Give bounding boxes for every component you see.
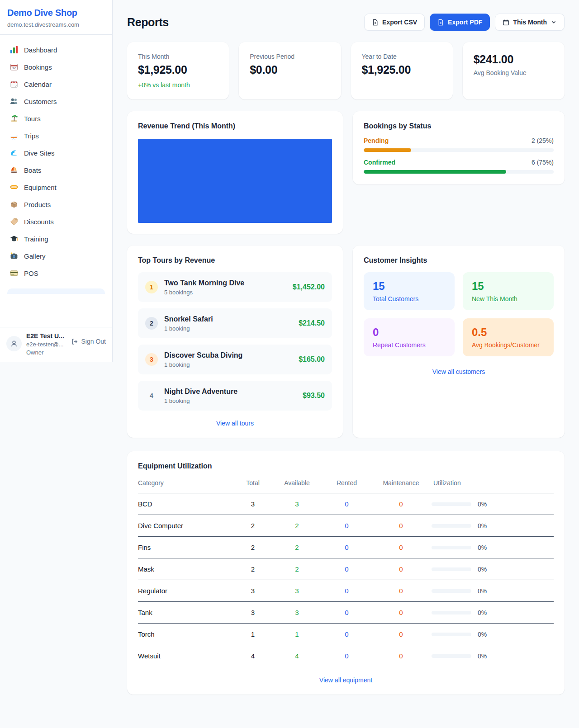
insight-tile-total-customers: 15 Total Customers	[364, 272, 455, 310]
view-all-customers-link[interactable]: View all customers	[364, 368, 554, 375]
utilization-cell: 0%	[432, 587, 554, 595]
stat-card-avg-booking-value: $241.00 Avg Booking Value	[463, 42, 565, 99]
sidebar-item-tours[interactable]: Tours	[4, 110, 109, 127]
cell-rented: 0	[323, 537, 370, 558]
cell-available: 2	[271, 558, 323, 580]
tour-row: 2 Snorkel Safari 1 booking $214.50	[138, 308, 332, 338]
user-email: e2e-tester@...	[26, 341, 64, 348]
status-label: Confirmed	[364, 159, 395, 166]
desert-island-icon	[10, 114, 18, 123]
view-all-tours-link[interactable]: View all tours	[138, 420, 332, 427]
insight-value: 15	[373, 280, 446, 293]
page-title: Reports	[127, 16, 169, 29]
cell-available: 2	[271, 537, 323, 558]
cell-available: 3	[271, 580, 323, 602]
export-pdf-button[interactable]: Export PDF	[430, 14, 490, 31]
cell-total: 3	[235, 580, 271, 602]
revenue-trend-card: Revenue Trend (This Month)	[127, 111, 343, 234]
sign-out-button[interactable]: Sign Out	[71, 338, 106, 345]
customer-insights-title: Customer Insights	[364, 256, 554, 265]
status-row-confirmed: Confirmed 6 (75%)	[364, 159, 554, 174]
utilization-cell: 0%	[432, 544, 554, 551]
utilization-cell: 0%	[432, 501, 554, 508]
utilization-track	[432, 589, 471, 593]
sidebar-item-dive-sites[interactable]: Dive Sites	[4, 144, 109, 161]
sailboat-icon	[10, 166, 18, 174]
bar-chart-icon	[10, 46, 18, 54]
tour-amount: $165.00	[299, 355, 325, 364]
stat-label: Year to Date	[362, 53, 442, 60]
equipment-utilization-title: Equipment Utilization	[138, 462, 554, 470]
insight-tile-repeat-customers: 0 Repeat Customers	[364, 318, 455, 356]
period-label: This Month	[513, 19, 547, 26]
sidebar-item-label: Gallery	[24, 252, 46, 260]
sidebar-item-dashboard[interactable]: Dashboard	[4, 41, 109, 58]
sidebar-item-pos[interactable]: POS	[4, 265, 109, 282]
calendar-date-icon: 17	[10, 63, 18, 71]
charts-row: Revenue Trend (This Month) Bookings by S…	[127, 111, 565, 234]
utilization-track	[432, 502, 471, 506]
col-header-category: Category	[138, 476, 235, 493]
sidebar-item-bookings[interactable]: 17 Bookings	[4, 58, 109, 76]
credit-card-icon	[10, 269, 18, 277]
rank-badge: 2	[145, 317, 158, 330]
tour-bookings: 1 booking	[164, 397, 237, 404]
cell-maintenance: 0	[370, 624, 432, 645]
sidebar-item-label: Calendar	[24, 80, 52, 88]
sidebar-item-calendar[interactable]: Calendar	[4, 76, 109, 93]
rank-badge: 4	[145, 389, 158, 402]
label-tag-icon	[10, 217, 18, 226]
utilization-track	[432, 654, 471, 658]
export-csv-button[interactable]: Export CSV	[364, 14, 425, 31]
table-row: Fins 2 2 0 0 0%	[138, 537, 554, 558]
file-download-icon	[437, 19, 444, 26]
stat-value: $1,925.00	[362, 63, 442, 76]
tour-row: 3 Discover Scuba Diving 1 booking $165.0…	[138, 345, 332, 374]
sidebar-item-label: Bookings	[24, 63, 52, 71]
sidebar-item-trips[interactable]: Trips	[4, 127, 109, 144]
utilization-percent: 0%	[478, 522, 487, 529]
sidebar-item-equipment[interactable]: Equipment	[4, 179, 109, 196]
cell-maintenance: 0	[370, 493, 432, 515]
utilization-cell: 0%	[432, 566, 554, 573]
cell-rented: 0	[323, 515, 370, 537]
cell-rented: 0	[323, 602, 370, 624]
cell-total: 2	[235, 558, 271, 580]
people-icon	[10, 97, 18, 105]
cell-maintenance: 0	[370, 558, 432, 580]
cell-total: 4	[235, 645, 271, 667]
period-select[interactable]: This Month	[495, 14, 565, 31]
cell-maintenance: 0	[370, 602, 432, 624]
file-download-icon	[372, 19, 379, 26]
sidebar-item-training[interactable]: Training	[4, 230, 109, 247]
sidebar-item-active-partial[interactable]	[7, 288, 105, 294]
sign-out-label: Sign Out	[81, 338, 106, 345]
utilization-percent: 0%	[478, 587, 487, 595]
insight-value: 0.5	[472, 326, 545, 339]
equipment-table: Category Total Available Rented Maintena…	[138, 476, 554, 667]
sidebar-item-label: Dashboard	[24, 46, 57, 54]
sidebar-user-footer: E2E Test U... e2e-tester@... Owner Sign …	[0, 327, 112, 362]
sidebar-item-customers[interactable]: Customers	[4, 93, 109, 110]
sidebar-item-products[interactable]: Products	[4, 196, 109, 213]
sidebar-item-boats[interactable]: Boats	[4, 161, 109, 179]
spiral-calendar-icon	[10, 80, 18, 88]
status-label: Pending	[364, 137, 389, 144]
stat-card-this-month: This Month $1,925.00 +0% vs last month	[127, 42, 229, 99]
cell-maintenance: 0	[370, 537, 432, 558]
equipment-utilization-card: Equipment Utilization Category Total Ava…	[127, 451, 565, 695]
sidebar-item-discounts[interactable]: Discounts	[4, 213, 109, 230]
tour-amount: $214.50	[299, 319, 325, 327]
person-icon	[10, 340, 18, 348]
main-content: Reports Export CSV Export PDF This Month…	[113, 0, 579, 695]
sidebar-item-label: Customers	[24, 98, 57, 105]
cell-maintenance: 0	[370, 515, 432, 537]
cell-available: 1	[271, 624, 323, 645]
insight-tile-avg-bookings: 0.5 Avg Bookings/Customer	[463, 318, 554, 356]
table-row: Tank 3 3 0 0 0%	[138, 602, 554, 624]
view-all-equipment-link[interactable]: View all equipment	[138, 676, 554, 684]
stat-label: Avg Booking Value	[474, 69, 554, 76]
utilization-percent: 0%	[478, 631, 487, 638]
insight-value: 0	[373, 326, 446, 339]
sidebar-item-gallery[interactable]: Gallery	[4, 247, 109, 265]
